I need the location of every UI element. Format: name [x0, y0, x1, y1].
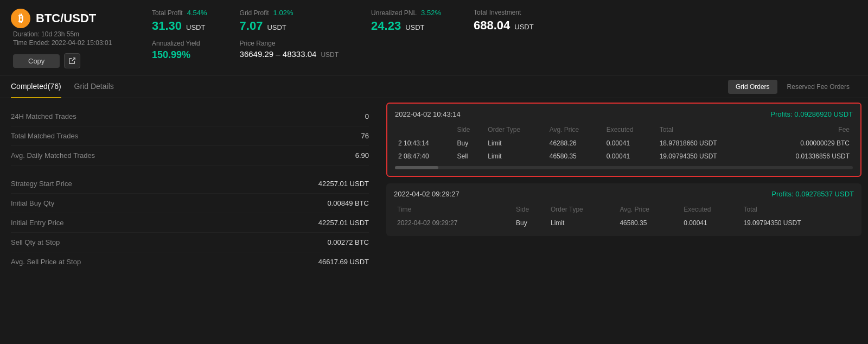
total-profit-pct: 4.54%: [187, 9, 207, 17]
stat-24h-value: 0: [365, 112, 369, 120]
trade-table-1: Side Order Type Avg. Price Executed Tota…: [395, 124, 853, 163]
tabs-row: Completed(76) Grid Details Grid Orders R…: [0, 75, 868, 98]
col-executed: Executed: [603, 124, 656, 137]
unrealized-pnl-pct: 3.52%: [421, 9, 441, 17]
stat-avg-daily: Avg. Daily Matched Trades 6.90: [11, 146, 369, 165]
stat-avg-sell-stop: Avg. Sell Price at Stop 46617.69 USDT: [11, 252, 369, 271]
col-time: Time: [394, 203, 513, 216]
total-investment-value: 688.04: [474, 18, 510, 33]
row-avg-price: 46580.35: [546, 150, 603, 163]
total-profit-value: 31.30: [152, 19, 182, 33]
main-content: 24H Matched Trades 0 Total Matched Trade…: [0, 98, 868, 280]
metrics-section: Total Profit 4.54% 31.30 USDT Annualized…: [152, 9, 857, 61]
col-executed: Executed: [680, 203, 740, 216]
trade-card-1-header: 2022-04-02 10:43:14 Profits: 0.09286920 …: [395, 110, 853, 118]
unrealized-pnl-unit: USDT: [405, 23, 424, 31]
col-avg-price: Avg. Price: [616, 203, 680, 216]
row-fee: 0.01336856 USDT: [757, 150, 853, 163]
grid-profit-metric: Grid Profit 1.02% 7.07 USDT Price Range …: [240, 9, 339, 61]
tab-completed[interactable]: Completed(76): [11, 75, 61, 98]
coin-info: ₿ BTC/USDT Duration: 10d 23h 55m Time En…: [11, 9, 130, 68]
row-total: 19.09794350 USDT: [740, 216, 854, 230]
row-time: 2 10:43:14: [395, 137, 454, 150]
btc-icon: ₿: [11, 9, 30, 28]
stat-avg-value: 6.90: [355, 151, 369, 160]
tab-controls: Grid Orders Reserved Fee Orders: [728, 80, 857, 94]
stat-24h-matched: 24H Matched Trades 0: [11, 107, 369, 126]
stat-sell-qty-stop: Sell Qty at Stop 0.00272 BTC: [11, 233, 369, 252]
grid-profit-value: 7.07: [240, 19, 263, 33]
right-panel: 2022-04-02 10:43:14 Profits: 0.09286920 …: [380, 98, 868, 280]
stat-avg-label: Avg. Daily Matched Trades: [11, 151, 95, 160]
total-profit-unit: USDT: [186, 23, 205, 31]
trade-card-2-profit: Profits: 0.09278537 USDT: [771, 190, 854, 198]
row-avg-price: 46288.26: [546, 137, 603, 150]
unrealized-pnl-metric: Unrealized PNL 3.52% 24.23 USDT: [371, 9, 441, 61]
copy-button[interactable]: Copy: [13, 54, 60, 68]
unrealized-pnl-value: 24.23: [371, 19, 401, 33]
stat-initial-buy-qty: Initial Buy Qty 0.00849 BTC: [11, 194, 369, 213]
total-investment-unit: USDT: [514, 23, 533, 31]
row-order-type: Limit: [484, 137, 546, 150]
total-investment-metric: Total Investment 688.04 USDT: [474, 9, 534, 61]
col-order-type: Order Type: [484, 124, 546, 137]
table-header-row: Time Side Order Type Avg. Price Executed…: [394, 203, 854, 216]
annualized-yield-label: Annualized Yield: [152, 40, 207, 47]
row-side: Buy: [513, 216, 547, 230]
tab-grid-details[interactable]: Grid Details: [74, 75, 114, 98]
stat-strategy-label: Strategy Start Price: [11, 180, 72, 188]
row-side: Buy: [454, 137, 484, 150]
share-button[interactable]: [64, 53, 80, 68]
stats-grid: 24H Matched Trades 0 Total Matched Trade…: [11, 107, 369, 271]
trade-card-1-profit: Profits: 0.09286920 USDT: [770, 110, 853, 118]
col-side: Side: [454, 124, 484, 137]
row-avg-price: 46580.35: [616, 216, 680, 230]
unrealized-pnl-label: Unrealized PNL: [371, 9, 417, 17]
trade-card-2: 2022-04-02 09:29:27 Profits: 0.09278537 …: [386, 183, 861, 236]
stat-strategy-price: Strategy Start Price 42257.01 USDT: [11, 174, 369, 194]
stat-strategy-value: 42257.01 USDT: [318, 180, 369, 188]
trade-table-2: Time Side Order Type Avg. Price Executed…: [394, 203, 854, 230]
total-profit-label: Total Profit: [152, 9, 183, 17]
price-range-value: 36649.29 – 48333.04: [240, 49, 317, 59]
table-row: 2022-04-02 09:29:27 Buy Limit 46580.35 0…: [394, 216, 854, 230]
stat-24h-label: 24H Matched Trades: [11, 112, 76, 120]
table-header-row: Side Order Type Avg. Price Executed Tota…: [395, 124, 853, 137]
col-avg-price: Avg. Price: [546, 124, 603, 137]
col-total: Total: [656, 124, 757, 137]
table-row: 2 08:47:40 Sell Limit 46580.35 0.00041 1…: [395, 150, 853, 163]
row-order-type: Limit: [547, 216, 616, 230]
annualized-yield-value: 150.99%: [152, 49, 207, 61]
price-range-label: Price Range: [240, 40, 339, 47]
header-section: ₿ BTC/USDT Duration: 10d 23h 55m Time En…: [0, 0, 868, 75]
stat-sell-stop-label: Sell Qty at Stop: [11, 238, 60, 246]
trade-card-2-date: 2022-04-02 09:29:27: [394, 190, 459, 198]
share-icon: [68, 57, 76, 65]
copy-row: Copy: [11, 53, 130, 68]
scrollbar-1[interactable]: [395, 166, 853, 169]
stat-total-label: Total Matched Trades: [11, 132, 78, 140]
price-range-unit: USDT: [321, 51, 339, 59]
grid-profit-pct: 1.02%: [273, 9, 293, 17]
scrollbar-thumb-1: [395, 166, 438, 169]
col-order-type: Order Type: [547, 203, 616, 216]
grid-profit-unit: USDT: [267, 23, 286, 31]
stat-initial-entry: Initial Entry Price 42257.01 USDT: [11, 213, 369, 233]
stat-avg-sell-label: Avg. Sell Price at Stop: [11, 258, 81, 266]
col-side: Side: [513, 203, 547, 216]
row-executed: 0.00041: [603, 150, 656, 163]
grid-orders-tab-btn[interactable]: Grid Orders: [728, 80, 777, 94]
row-executed: 0.00041: [680, 216, 740, 230]
coin-pair: BTC/USDT: [36, 11, 96, 26]
left-panel: 24H Matched Trades 0 Total Matched Trade…: [0, 98, 380, 280]
reserved-fee-tab-btn[interactable]: Reserved Fee Orders: [780, 80, 857, 94]
col-total: Total: [740, 203, 854, 216]
stat-entry-label: Initial Entry Price: [11, 219, 64, 227]
col-fee: Fee: [757, 124, 853, 137]
stat-buy-qty-label: Initial Buy Qty: [11, 199, 54, 207]
trade-card-1: 2022-04-02 10:43:14 Profits: 0.09286920 …: [386, 103, 861, 177]
trade-card-2-header: 2022-04-02 09:29:27 Profits: 0.09278537 …: [394, 190, 854, 198]
row-total: 19.09794350 USDT: [656, 150, 757, 163]
row-side: Sell: [454, 150, 484, 163]
row-time: 2 08:47:40: [395, 150, 454, 163]
